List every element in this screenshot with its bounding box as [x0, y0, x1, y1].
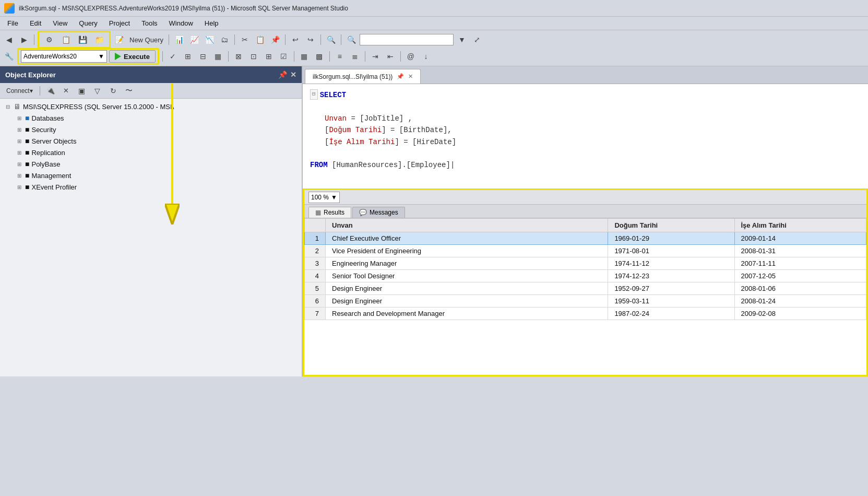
tree-item-server-objects[interactable]: ⊞ ■ Server Objects: [0, 135, 302, 147]
tb-undo[interactable]: ↩: [289, 33, 302, 46]
tb-r2-btn2[interactable]: ⊞: [181, 50, 195, 63]
tb-btn-g[interactable]: 📌: [268, 33, 282, 46]
tb-r2-extra[interactable]: ↓: [419, 50, 433, 63]
menu-window[interactable]: Window: [164, 18, 198, 28]
sql-collapse-icon[interactable]: ⊟: [310, 89, 318, 100]
tb-btn-a[interactable]: 📊: [172, 33, 186, 46]
toolbar-icon-3[interactable]: 💾: [76, 33, 89, 46]
sql-line-blank-1: [310, 101, 863, 112]
tb-btn-h[interactable]: 🔍: [324, 33, 338, 46]
tb-r2-btn6[interactable]: ⊡: [247, 50, 260, 63]
oe-tree: ⊟ 🖥 MSI\SQLEXPRESS (SQL Server 15.0.2000…: [0, 99, 302, 376]
forward-btn[interactable]: ▶: [17, 33, 31, 46]
oe-btn-refresh[interactable]: ↻: [106, 85, 120, 97]
execute-highlight: AdventureWorks20 ▼ Execute: [17, 48, 159, 65]
tb-r2-grid2[interactable]: ▩: [313, 50, 326, 63]
oe-btn-filter-icon[interactable]: ▽: [91, 85, 104, 97]
table-row[interactable]: 3Engineering Manager1974-11-122007-11-11: [305, 257, 866, 270]
tb-r2-btn8[interactable]: ☑: [277, 50, 291, 63]
sep-r2-2: [228, 51, 229, 62]
new-query-label[interactable]: New Query: [129, 36, 163, 44]
execute-button[interactable]: Execute: [109, 50, 156, 63]
oe-connect-btn[interactable]: Connect▾: [3, 86, 36, 96]
tb-btn-b[interactable]: 📈: [187, 33, 201, 46]
replication-expand-icon: ⊞: [16, 150, 23, 156]
cell-isealim: 2007-12-05: [734, 270, 866, 282]
tb-r2-indent[interactable]: ⇥: [368, 50, 382, 63]
oe-btn-refresh-icon[interactable]: ▣: [75, 85, 89, 97]
toolbar-icon-1[interactable]: ⚙: [42, 33, 56, 46]
tab-close-icon[interactable]: ✕: [408, 73, 413, 80]
header-row: Unvan Doğum Tarihi İşe Alım Tarihi: [305, 219, 866, 232]
oe-btn-activity[interactable]: 〜: [122, 85, 136, 97]
sql-alias-ise: İşe Alım Tarihi: [329, 138, 395, 146]
tb-search-icon[interactable]: 🔍: [344, 33, 358, 46]
tb-r2-align2[interactable]: ≣: [348, 50, 362, 63]
tb-r2-btn7[interactable]: ⊞: [262, 50, 276, 63]
menu-help[interactable]: Help: [199, 18, 224, 28]
oe-pin-icon[interactable]: 📌: [278, 70, 287, 79]
tb-r2-align1[interactable]: ≡: [333, 50, 347, 63]
tree-item-server[interactable]: ⊟ 🖥 MSI\SQLEXPRESS (SQL Server 15.0.2000…: [0, 101, 302, 112]
code-editor[interactable]: ⊟ SELECT Unvan = [JobTitle] , [Doğum Tar…: [303, 84, 868, 188]
tb-r2-mail[interactable]: @: [404, 50, 418, 63]
tb-expand[interactable]: ⤢: [470, 33, 484, 46]
tb-row2-btn1[interactable]: 🔧: [2, 50, 16, 63]
tb-r2-btn4[interactable]: ▦: [211, 50, 225, 63]
title-bar-text: ilkSorgum.sql - MSI\SQLEXPRESS.Adventure…: [19, 5, 348, 12]
tb-btn-c[interactable]: 📉: [203, 33, 216, 46]
results-tab-results[interactable]: ▦ Results: [308, 207, 351, 218]
tb-btn-f[interactable]: 📋: [253, 33, 267, 46]
tree-item-polybase[interactable]: ⊞ ■ PolyBase: [0, 158, 302, 170]
table-row[interactable]: 6Design Engineer1959-03-112008-01-24: [305, 295, 866, 308]
menu-query[interactable]: Query: [74, 18, 102, 28]
table-row[interactable]: 2Vice President of Engineering1971-08-01…: [305, 245, 866, 257]
results-tab-label: Results: [324, 209, 344, 216]
cell-rownum: 2: [305, 245, 326, 257]
tb-r2-grid1[interactable]: ▦: [298, 50, 311, 63]
menu-view[interactable]: View: [47, 18, 73, 28]
tb-r2-outdent[interactable]: ⇤: [384, 50, 397, 63]
zoom-selector[interactable]: 100 % ▼: [308, 192, 340, 203]
oe-close-icon[interactable]: ✕: [290, 70, 296, 79]
tb-r2-btn3[interactable]: ⊟: [196, 50, 210, 63]
oe-btn-connect-icon[interactable]: 🔌: [44, 85, 57, 97]
menu-tools[interactable]: Tools: [136, 18, 162, 28]
new-query-icon[interactable]: 📝: [112, 33, 126, 46]
back-btn[interactable]: ◀: [2, 33, 16, 46]
toolbar-icon-2[interactable]: 📋: [59, 33, 73, 46]
security-tree-icon: ■: [25, 125, 29, 134]
tb-btn-e[interactable]: ✂: [238, 33, 252, 46]
results-grid-icon: ▦: [315, 209, 321, 216]
cell-dogum: 1959-03-11: [608, 295, 734, 308]
tree-item-replication[interactable]: ⊞ ■ Replication: [0, 147, 302, 158]
toolbar-icon-4[interactable]: 📁: [92, 33, 106, 46]
table-row[interactable]: 4Senior Tool Designer1974-12-232007-12-0…: [305, 270, 866, 282]
table-row[interactable]: 7Research and Development Manager1987-02…: [305, 308, 866, 320]
results-tab-messages[interactable]: 💬 Messages: [352, 207, 405, 218]
tb-check[interactable]: ✓: [166, 50, 180, 63]
cell-unvan: Vice President of Engineering: [326, 245, 608, 257]
db-selector[interactable]: AdventureWorks20 ▼: [21, 50, 107, 63]
oe-btn-disconnect-icon[interactable]: ✕: [60, 85, 73, 97]
table-row[interactable]: 1Chief Executive Officer1969-01-292009-0…: [305, 232, 866, 245]
menu-project[interactable]: Project: [104, 18, 135, 28]
editor-tab-main[interactable]: ilkSorgum.sql...SI\yilma (51)) 📌 ✕: [305, 69, 421, 84]
tb-r2-btn5[interactable]: ⊠: [232, 50, 245, 63]
sep-2: [169, 34, 169, 45]
tb-redo[interactable]: ↪: [304, 33, 317, 46]
menu-edit[interactable]: Edit: [25, 18, 46, 28]
tree-item-databases[interactable]: ⊞ ■ Databases: [0, 112, 302, 124]
tree-item-management[interactable]: ⊞ ■ Management: [0, 170, 302, 181]
menu-file[interactable]: File: [2, 18, 23, 28]
tb-btn-d[interactable]: 🗂: [218, 33, 231, 46]
cell-isealim: 2009-02-08: [734, 308, 866, 320]
tab-pin-icon[interactable]: 📌: [397, 73, 404, 80]
tree-item-xevent[interactable]: ⊞ ■ XEvent Profiler: [0, 181, 302, 193]
table-row[interactable]: 5Design Engineer1952-09-272008-01-06: [305, 282, 866, 295]
tb-dropdown[interactable]: ▼: [455, 33, 469, 46]
sep-3: [234, 34, 235, 45]
sep-r2-3: [294, 51, 294, 62]
search-input[interactable]: [360, 34, 454, 45]
tree-item-security[interactable]: ⊞ ■ Security: [0, 124, 302, 135]
